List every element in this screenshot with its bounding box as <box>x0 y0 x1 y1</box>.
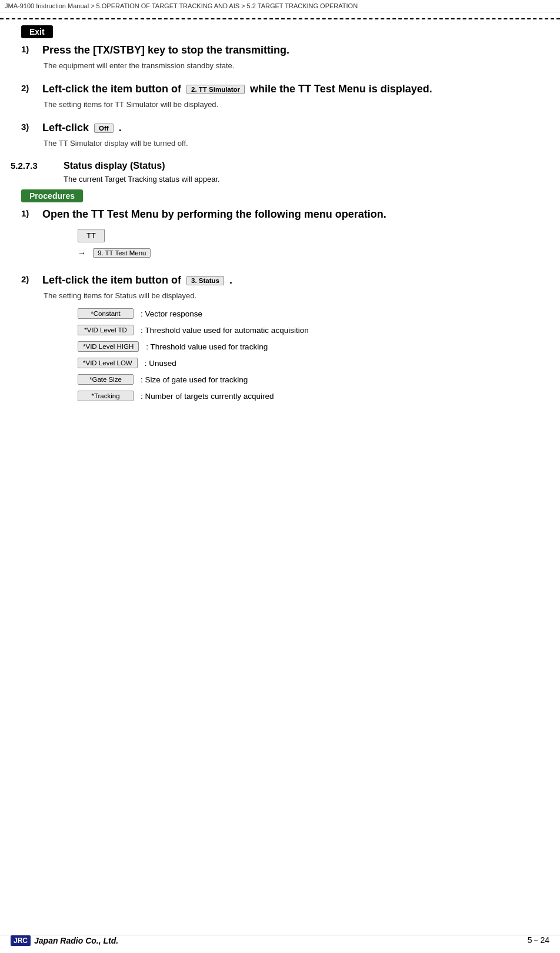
page-number: 5－24 <box>528 935 549 946</box>
status-row-0: *Constant: Vector response <box>78 308 549 319</box>
step-2-content: Left-click the item button of 2. TT Simu… <box>42 83 549 109</box>
status-item-btn-4: *Gate Size <box>78 374 134 385</box>
step-2-desc: The setting items for TT Simulator will … <box>44 100 549 109</box>
proc-step-2-title: Left-click the item button of 3. Status … <box>42 274 549 286</box>
step-1-title: Press the [TX/STBY] key to stop the tran… <box>42 44 549 56</box>
status-item-btn-3: *VID Level LOW <box>78 358 138 368</box>
section-number: 5.2.7.3 <box>11 161 64 171</box>
proc-step-2-desc: The setting items for Status will be dis… <box>44 291 549 300</box>
status-item-desc-1: : Threshold value used for automatic acq… <box>141 326 309 335</box>
step-3-content: Left-click Off . The TT Simulator displa… <box>42 122 549 148</box>
status-item-desc-0: : Vector response <box>141 309 202 318</box>
step-2-title-suffix: while the TT Test Menu is displayed. <box>250 83 432 95</box>
status-item-desc-5: : Number of targets currently acquired <box>141 392 274 401</box>
step-3-title-suffix: . <box>119 122 122 134</box>
page-footer: JRC Japan Radio Co., Ltd. 5－24 <box>0 935 560 946</box>
step-2-title: Left-click the item button of 2. TT Simu… <box>42 83 549 95</box>
status-item-btn-2: *VID Level HIGH <box>78 341 139 352</box>
step-1: 1) Press the [TX/STBY] key to stop the t… <box>21 44 549 70</box>
procedures-badge: Procedures <box>21 189 83 202</box>
step-3-title: Left-click Off . <box>42 122 549 134</box>
dashed-divider <box>0 18 560 19</box>
step-3-desc: The TT Simulator display will be turned … <box>44 139 549 148</box>
main-content: Exit 1) Press the [TX/STBY] key to stop … <box>0 25 560 407</box>
proc-step-1: 1) Open the TT Test Menu by performing t… <box>21 208 549 261</box>
status-row-3: *VID Level LOW: Unused <box>78 358 549 368</box>
section-title: Status display (Status) <box>64 161 165 171</box>
status-item-btn-0: *Constant <box>78 308 134 319</box>
tt-button: TT <box>78 229 105 242</box>
step-3-number: 3) <box>21 122 42 148</box>
section-header: 5.2.7.3 Status display (Status) <box>11 161 549 171</box>
step-2-number: 2) <box>21 83 42 109</box>
proc-step-2-suffix: . <box>229 274 232 286</box>
proc-step-1-title: Open the TT Test Menu by performing the … <box>42 208 549 221</box>
proc-step-2: 2) Left-click the item button of 3. Stat… <box>21 274 549 407</box>
step-3-title-prefix: Left-click <box>42 122 89 134</box>
step-2-title-prefix: Left-click the item button of <box>42 83 181 95</box>
proc-step-1-number: 1) <box>21 208 42 261</box>
proc-step-2-content: Left-click the item button of 3. Status … <box>42 274 549 407</box>
proc-step-2-number: 2) <box>21 274 42 407</box>
arrow-symbol: → <box>78 248 86 258</box>
status-row-2: *VID Level HIGH: Threshold value used fo… <box>78 341 549 352</box>
footer-logo: JRC Japan Radio Co., Ltd. <box>11 935 118 946</box>
breadcrumb: JMA-9100 Instruction Manual > 5.OPERATIO… <box>0 0 560 12</box>
status-item-desc-2: : Threshold value used for tracking <box>146 342 268 351</box>
status-button: 3. Status <box>186 276 224 285</box>
tt-simulator-button: 2. TT Simulator <box>186 85 245 94</box>
step-1-desc: The equipment will enter the transmissio… <box>44 61 549 70</box>
tt-test-menu-button: 9. TT Test Menu <box>93 248 151 258</box>
status-row-4: *Gate Size: Size of gate used for tracki… <box>78 374 549 385</box>
status-row-5: *Tracking: Number of targets currently a… <box>78 391 549 401</box>
exit-badge: Exit <box>21 25 53 38</box>
proc-step-2-prefix: Left-click the item button of <box>42 274 181 286</box>
step-1-number: 1) <box>21 44 42 70</box>
company-name: Japan Radio Co., Ltd. <box>34 936 118 945</box>
status-item-desc-4: : Size of gate used for tracking <box>141 375 248 384</box>
off-button: Off <box>94 124 114 133</box>
step-2: 2) Left-click the item button of 2. TT S… <box>21 83 549 109</box>
section-desc: The current Target Tracking status will … <box>64 175 549 184</box>
step-3: 3) Left-click Off . The TT Simulator dis… <box>21 122 549 148</box>
jrc-label: JRC <box>11 935 31 946</box>
status-item-btn-1: *VID Level TD <box>78 325 134 335</box>
status-items-table: *Constant: Vector response*VID Level TD:… <box>78 308 549 401</box>
proc-step-1-content: Open the TT Test Menu by performing the … <box>42 208 549 261</box>
arrow-row: → 9. TT Test Menu <box>78 248 549 258</box>
status-item-btn-5: *Tracking <box>78 391 134 401</box>
status-row-1: *VID Level TD: Threshold value used for … <box>78 325 549 335</box>
status-item-desc-3: : Unused <box>145 359 176 368</box>
step-1-content: Press the [TX/STBY] key to stop the tran… <box>42 44 549 70</box>
